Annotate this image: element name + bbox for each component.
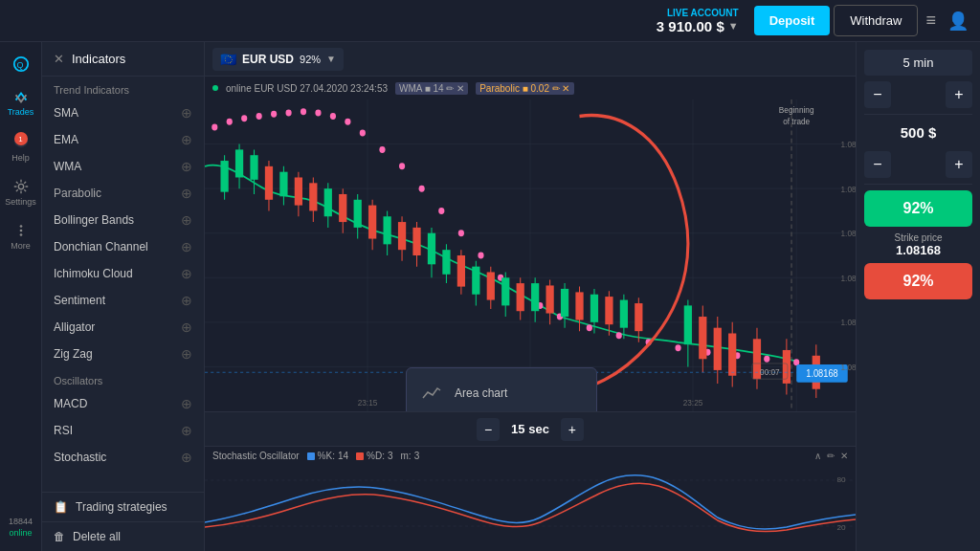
osc-edit-button[interactable]: ✏ <box>827 451 835 461</box>
asset-flag: 🇪🇺 <box>220 52 236 67</box>
indicator-sentiment[interactable]: Sentiment ⊕ <box>42 287 204 314</box>
wma-add-icon[interactable]: ⊕ <box>181 159 192 174</box>
sidebar-item-settings[interactable]: Settings <box>0 172 41 212</box>
indicator-macd[interactable]: MACD ⊕ <box>42 390 204 417</box>
svg-point-7 <box>19 233 22 236</box>
svg-point-41 <box>616 332 622 339</box>
ema-add-icon[interactable]: ⊕ <box>181 132 192 147</box>
sidebar-item-more[interactable]: More <box>0 216 41 256</box>
up-button[interactable]: 92% <box>864 190 972 227</box>
svg-rect-89 <box>517 283 524 311</box>
svg-text:23:15: 23:15 <box>358 398 378 408</box>
indicator-ema[interactable]: EMA ⊕ <box>42 126 204 153</box>
svg-rect-101 <box>605 297 612 324</box>
time-selector[interactable]: 5 min <box>864 50 972 76</box>
svg-rect-63 <box>324 188 332 216</box>
donchian-add-icon[interactable]: ⊕ <box>181 239 192 254</box>
amount-increase-button[interactable]: + <box>946 151 972 178</box>
svg-text:80: 80 <box>837 475 847 484</box>
asset-dropdown-icon[interactable]: ▼ <box>326 54 336 64</box>
d-value: 3 <box>388 451 393 461</box>
bollinger-add-icon[interactable]: ⊕ <box>181 212 192 228</box>
time-minus-button[interactable]: − <box>477 418 500 441</box>
svg-rect-111 <box>714 328 722 370</box>
indicator-bollinger[interactable]: Bollinger Bands ⊕ <box>42 207 204 233</box>
settings-label: Settings <box>5 197 36 207</box>
indicator-sma[interactable]: SMA ⊕ <box>42 99 204 126</box>
chart-type-area[interactable]: Area chart <box>407 374 596 411</box>
ichimoku-add-icon[interactable]: ⊕ <box>181 266 192 281</box>
alligator-add-icon[interactable]: ⊕ <box>181 320 192 335</box>
svg-rect-53 <box>250 155 257 180</box>
indicator-donchian[interactable]: Donchian Channel ⊕ <box>42 233 204 260</box>
indicator-zigzag[interactable]: Zig Zag ⊕ <box>42 341 204 367</box>
svg-point-21 <box>241 115 247 121</box>
deposit-button[interactable]: Deposit <box>754 6 831 35</box>
down-button[interactable]: 92% <box>864 263 972 299</box>
time-selector-label: 5 min <box>903 55 934 70</box>
m-label: m: <box>401 451 412 461</box>
chart-type-dropdown[interactable]: Area chart Japanese candlesticks <box>406 367 597 411</box>
strike-price: 1.08168 <box>864 243 972 257</box>
sidebar-item-help[interactable]: ? 1 Help <box>0 126 41 168</box>
osc-close-button[interactable]: ✕ <box>840 451 848 461</box>
svg-text:Q: Q <box>16 60 23 70</box>
svg-rect-71 <box>383 216 390 244</box>
asset-selector[interactable]: 🇪🇺 EUR USD 92% ▼ <box>212 48 344 71</box>
svg-rect-55 <box>265 166 273 200</box>
osc-collapse-button[interactable]: ∧ <box>814 451 821 461</box>
svg-rect-85 <box>487 272 495 299</box>
zigzag-add-icon[interactable]: ⊕ <box>181 346 192 362</box>
account-balance: 3 910.00 $ <box>657 18 724 34</box>
profile-icon[interactable]: 👤 <box>947 11 969 32</box>
svg-rect-93 <box>546 285 553 313</box>
svg-point-25 <box>301 108 306 115</box>
indicator-ichimoku[interactable]: Ichimoku Cloud ⊕ <box>42 260 204 287</box>
right-panel: 5 min − + 500 $ − + 92% Strike price 1.0… <box>856 42 980 551</box>
amount-display: 500 $ <box>901 124 937 141</box>
rsi-add-icon[interactable]: ⊕ <box>181 423 192 438</box>
main-layout: Q ↑↓ Trades ? 1 Help Settings More 18844… <box>0 42 980 551</box>
k-value: 14 <box>338 451 348 461</box>
chart-toolbar: 🇪🇺 EUR USD 92% ▼ <box>205 42 856 77</box>
balance-dropdown-icon[interactable]: ▼ <box>728 20 739 32</box>
panel-close-button[interactable]: ✕ <box>54 52 64 66</box>
svg-rect-61 <box>309 183 317 210</box>
svg-point-43 <box>675 344 680 351</box>
trading-strategies-button[interactable]: 📋 Trading strategies <box>42 492 204 521</box>
live-label: LIVE ACCOUNT <box>667 8 739 18</box>
amount-decrease-button[interactable]: − <box>864 151 891 178</box>
parabolic-add-icon[interactable]: ⊕ <box>181 186 192 201</box>
sentiment-add-icon[interactable]: ⊕ <box>181 293 192 308</box>
svg-rect-59 <box>295 178 302 206</box>
time-decrease-button[interactable]: − <box>864 81 891 108</box>
time-controls: − 15 sec + <box>205 411 856 446</box>
svg-point-40 <box>587 324 592 331</box>
macd-add-icon[interactable]: ⊕ <box>181 396 192 411</box>
svg-point-23 <box>271 111 277 118</box>
svg-point-6 <box>19 230 22 232</box>
withdraw-button[interactable]: Withdraw <box>834 5 918 36</box>
svg-point-32 <box>419 186 425 192</box>
indicator-alligator[interactable]: Alligator ⊕ <box>42 314 204 341</box>
indicator-stochastic[interactable]: Stochastic ⊕ <box>42 444 204 471</box>
indicator-parabolic[interactable]: Parabolic ⊕ <box>42 180 204 207</box>
svg-point-33 <box>438 208 444 214</box>
chart-svg: 1.08168 00:07 Beginning of trade 1.08260… <box>205 99 856 411</box>
stochastic-add-icon[interactable]: ⊕ <box>181 450 192 465</box>
time-increase-button[interactable]: + <box>946 81 972 108</box>
indicator-rsi[interactable]: RSI ⊕ <box>42 417 204 444</box>
layers-icon[interactable]: ≡ <box>925 11 936 31</box>
time-plus-button[interactable]: + <box>561 418 584 441</box>
delete-label: Delete all <box>73 530 121 543</box>
sidebar-item-trades[interactable]: ↑↓ Trades <box>0 82 41 122</box>
indicator-wma[interactable]: WMA ⊕ <box>42 153 204 180</box>
delete-all-button[interactable]: 🗑 Delete all <box>42 521 204 551</box>
svg-point-5 <box>19 225 22 228</box>
svg-rect-109 <box>699 317 706 359</box>
svg-point-24 <box>285 109 291 116</box>
svg-point-35 <box>478 253 483 259</box>
sma-add-icon[interactable]: ⊕ <box>181 105 192 121</box>
svg-rect-65 <box>339 194 346 222</box>
oscillator-area: Stochastic Oscillator %K: 14 %D: 3 m: 3 … <box>205 446 856 551</box>
